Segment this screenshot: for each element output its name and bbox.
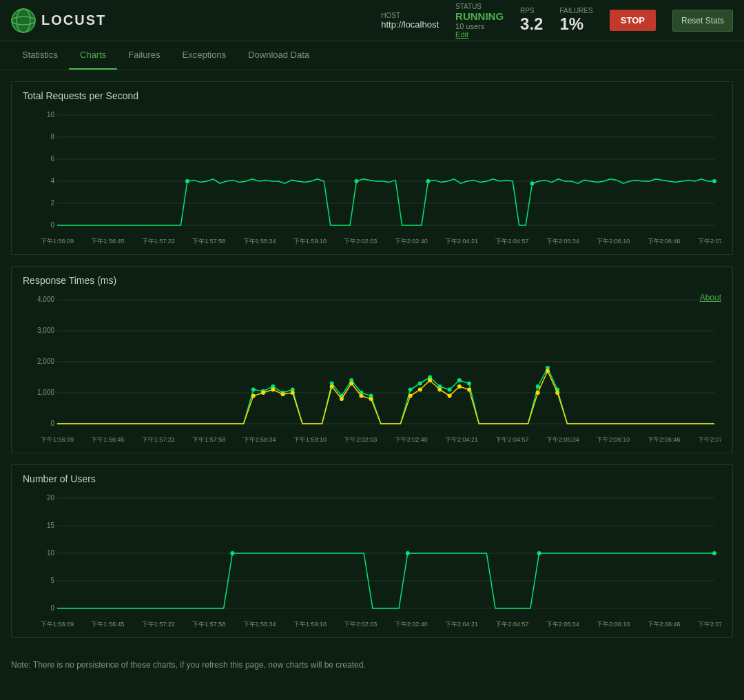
response-chart-section: Response Times (ms) About [11, 266, 733, 453]
about-link[interactable]: About [700, 293, 721, 302]
nav-statistics[interactable]: Statistics [11, 41, 69, 70]
nav-exceptions[interactable]: Exceptions [172, 41, 238, 70]
rps-chart-canvas [23, 108, 721, 246]
users-value: 10 users [455, 22, 504, 30]
response-chart-container: About [23, 293, 721, 444]
logo-text: LOCUST [41, 12, 106, 28]
logo-icon [11, 8, 36, 33]
main-content: Total Requests per Second Response Times… [0, 70, 744, 692]
navigation: Statistics Charts Failures Exceptions Do… [0, 41, 744, 70]
failures-block: FAILURES 1% [559, 7, 592, 34]
host-block: HOST http://localhost [381, 12, 439, 30]
nav-failures[interactable]: Failures [117, 41, 171, 70]
response-chart-canvas [23, 293, 721, 444]
header: LOCUST HOST http://localhost STATUS RUNN… [0, 0, 744, 41]
edit-link[interactable]: Edit [455, 30, 504, 39]
rps-block: RPS 3.2 [520, 7, 543, 34]
logo: LOCUST [11, 8, 106, 33]
status-block: STATUS RUNNING 10 users Edit [455, 3, 504, 39]
nav-download[interactable]: Download Data [237, 41, 320, 70]
users-chart-container [23, 491, 721, 629]
failures-value: 1% [559, 14, 592, 34]
rps-value: 3.2 [520, 14, 543, 34]
users-chart-title: Number of Users [23, 473, 721, 484]
reset-button[interactable]: Reset Stats [672, 10, 733, 32]
users-chart-section: Number of Users [11, 464, 733, 638]
rps-chart-section: Total Requests per Second [11, 81, 733, 255]
users-chart-canvas [23, 491, 721, 629]
svg-point-0 [12, 9, 35, 32]
rps-chart-title: Total Requests per Second [23, 90, 721, 101]
nav-charts[interactable]: Charts [69, 41, 117, 70]
status-label: STATUS [455, 3, 504, 10]
status-value: RUNNING [455, 10, 504, 22]
header-info: HOST http://localhost STATUS RUNNING 10 … [381, 3, 733, 39]
rps-label: RPS [520, 7, 543, 14]
stop-button[interactable]: STOP [610, 10, 656, 31]
host-value: http://localhost [381, 19, 439, 30]
note-text: Note: There is no persistence of these c… [11, 649, 733, 681]
response-chart-title: Response Times (ms) [23, 275, 721, 286]
rps-chart-container [23, 108, 721, 246]
failures-label: FAILURES [559, 7, 592, 14]
host-label: HOST [381, 12, 439, 19]
